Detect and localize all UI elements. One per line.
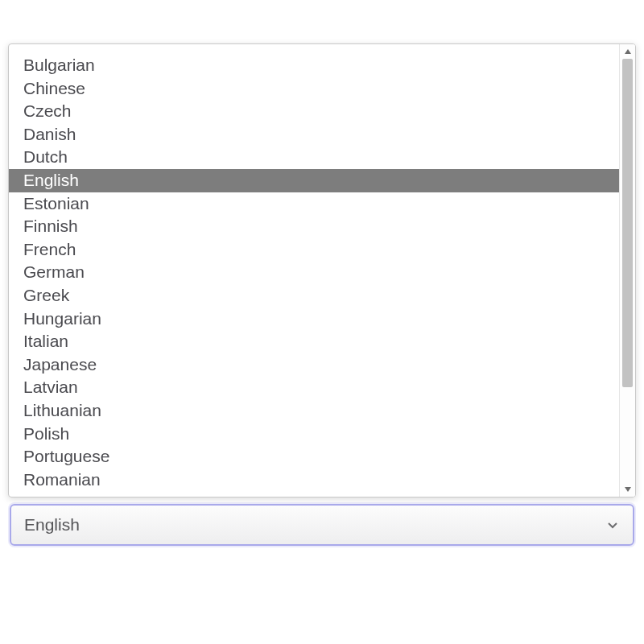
- language-option[interactable]: Czech: [9, 100, 619, 123]
- language-select[interactable]: English: [10, 504, 634, 546]
- scroll-up-arrow-icon[interactable]: [620, 44, 635, 59]
- scroll-down-arrow-icon[interactable]: [620, 482, 635, 497]
- language-select-value: English: [24, 515, 80, 535]
- language-option[interactable]: Bulgarian: [9, 54, 619, 77]
- language-options-list: BulgarianChineseCzechDanishDutchEnglishE…: [9, 44, 619, 497]
- language-option[interactable]: German: [9, 261, 619, 284]
- chevron-down-icon: [605, 518, 620, 532]
- language-option[interactable]: Hungarian: [9, 308, 619, 331]
- language-option[interactable]: Italian: [9, 330, 619, 353]
- language-option[interactable]: Japanese: [9, 353, 619, 377]
- language-option[interactable]: Portuguese: [9, 445, 619, 469]
- language-option[interactable]: Estonian: [9, 192, 619, 216]
- language-option[interactable]: English: [9, 169, 619, 192]
- svg-marker-0: [625, 49, 631, 54]
- language-option[interactable]: Lithuanian: [9, 399, 619, 423]
- language-option[interactable]: Danish: [9, 123, 619, 147]
- language-option[interactable]: French: [9, 238, 619, 262]
- language-option[interactable]: Latvian: [9, 376, 619, 399]
- svg-marker-1: [625, 487, 631, 492]
- language-option[interactable]: Romanian: [9, 469, 619, 492]
- language-option[interactable]: Dutch: [9, 146, 619, 169]
- language-option[interactable]: Polish: [9, 423, 619, 446]
- scrollbar-thumb[interactable]: [622, 59, 633, 387]
- language-option[interactable]: Greek: [9, 284, 619, 308]
- language-option[interactable]: Chinese: [9, 77, 619, 101]
- language-option[interactable]: Finnish: [9, 215, 619, 238]
- scrollbar-track[interactable]: [619, 44, 635, 497]
- language-dropdown-panel[interactable]: BulgarianChineseCzechDanishDutchEnglishE…: [8, 43, 636, 497]
